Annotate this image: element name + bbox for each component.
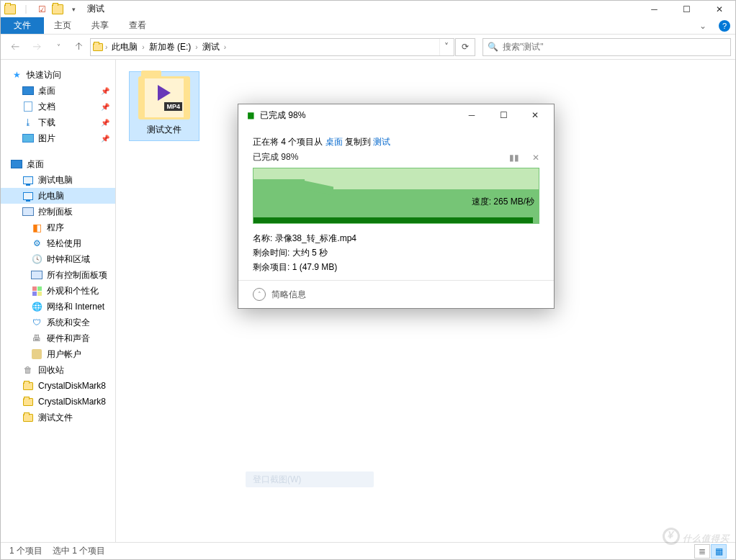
tree-label: 桌面 bbox=[27, 158, 44, 171]
recycle-icon: 🗑 bbox=[22, 364, 34, 376]
tree-desktop-root[interactable]: 桌面 bbox=[1, 156, 115, 172]
details-toggle[interactable]: 简略信息 bbox=[271, 289, 306, 301]
close-button[interactable]: ✕ bbox=[703, 1, 735, 17]
source-link[interactable]: 桌面 bbox=[326, 137, 343, 147]
tab-home[interactable]: 主页 bbox=[44, 17, 81, 34]
document-icon bbox=[22, 101, 34, 112]
back-button[interactable]: 🡠 bbox=[5, 37, 25, 56]
chevron-right-icon[interactable]: › bbox=[224, 43, 226, 51]
refresh-button[interactable]: ⟳ bbox=[455, 38, 475, 56]
tree-item-documents[interactable]: 文档📌 bbox=[1, 99, 115, 114]
tree-item-pictures[interactable]: 图片📌 bbox=[1, 130, 115, 146]
dest-link[interactable]: 测试 bbox=[373, 137, 390, 147]
search-input[interactable] bbox=[503, 42, 726, 52]
maximize-button[interactable]: ☐ bbox=[670, 1, 703, 17]
qat-separator: ｜ bbox=[18, 1, 34, 17]
tree-item-network[interactable]: 🌐网络和 Internet bbox=[1, 299, 115, 315]
chevron-up-icon[interactable]: ˄ bbox=[253, 288, 266, 301]
minimize-button[interactable]: ─ bbox=[638, 1, 670, 17]
detail-value: 1 (47.9 MB) bbox=[292, 262, 338, 272]
tree-item-controlpanel[interactable]: 控制面板 bbox=[1, 204, 115, 220]
tab-view[interactable]: 查看 bbox=[119, 17, 156, 34]
ribbon-expand-icon[interactable]: ⌄ bbox=[692, 17, 714, 34]
detail-value: 大约 5 秒 bbox=[292, 248, 328, 258]
help-button[interactable]: ? bbox=[714, 17, 735, 34]
pin-icon: 📌 bbox=[101, 103, 109, 111]
tree-item-sound[interactable]: 🖶硬件和声音 bbox=[1, 330, 115, 346]
tree-item-folder[interactable]: 测试文件 bbox=[1, 410, 115, 425]
folder-icon bbox=[22, 412, 34, 423]
pc-icon bbox=[22, 174, 34, 186]
tree-item-clock[interactable]: 🕓时钟和区域 bbox=[1, 251, 115, 267]
cancel-button[interactable]: ✕ bbox=[532, 153, 539, 163]
address-bar[interactable]: › 此电脑 › 新加卷 (E:) › 测试 › ˅ bbox=[90, 38, 454, 56]
recent-dropdown-icon[interactable]: ˅ bbox=[48, 37, 68, 56]
chevron-right-icon[interactable]: › bbox=[142, 43, 144, 51]
breadcrumb-segment[interactable]: 新加卷 (E:) bbox=[146, 41, 194, 53]
tree-item-folder[interactable]: CrystalDiskMark8 bbox=[1, 378, 115, 394]
chevron-right-icon[interactable]: › bbox=[105, 43, 107, 51]
search-box[interactable]: 🔍 bbox=[483, 38, 731, 56]
file-label: 测试文件 bbox=[147, 124, 181, 136]
forward-button[interactable]: 🡢 bbox=[27, 37, 47, 56]
speed-chart: 速度: 265 MB/秒 bbox=[253, 168, 539, 224]
tree-label: 网络和 Internet bbox=[47, 301, 104, 313]
tab-share[interactable]: 共享 bbox=[81, 17, 119, 34]
tree-item-personalize[interactable]: 外观和个性化 bbox=[1, 283, 115, 299]
dialog-maximize-button[interactable]: ☐ bbox=[488, 105, 519, 125]
search-icon: 🔍 bbox=[488, 42, 498, 52]
programs-icon: ◧ bbox=[31, 222, 42, 233]
chevron-right-icon[interactable]: › bbox=[195, 43, 197, 51]
tree-item-recycle[interactable]: 🗑回收站 bbox=[1, 362, 115, 378]
dialog-title: 已完成 98% bbox=[260, 109, 305, 122]
breadcrumb-segment[interactable]: 此电脑 bbox=[109, 41, 140, 53]
dialog-minimize-button[interactable]: ─ bbox=[456, 105, 488, 125]
qat-check-icon[interactable]: ☑ bbox=[34, 1, 50, 17]
tree-item-testpc[interactable]: 测试电脑 bbox=[1, 172, 115, 188]
tree-label: 所有控制面板项 bbox=[47, 269, 107, 281]
quick-access-toolbar: ｜ ☑ ▾ bbox=[1, 1, 83, 17]
dialog-close-button[interactable]: ✕ bbox=[519, 105, 551, 125]
tree-item-thispc[interactable]: 此电脑 bbox=[1, 188, 115, 204]
breadcrumb-segment[interactable]: 测试 bbox=[199, 41, 223, 53]
tree-item-downloads[interactable]: ⭳下载📌 bbox=[1, 114, 115, 130]
tree-item-users[interactable]: 用户帐户 bbox=[1, 346, 115, 362]
personalize-icon bbox=[31, 285, 42, 297]
tree-item-programs[interactable]: ◧程序 bbox=[1, 220, 115, 235]
pause-button[interactable]: ▮▮ bbox=[509, 153, 519, 163]
copy-dialog: ▮▮ 已完成 98% ─ ☐ ✕ 正在将 4 个项目从 桌面 复制到 测试 已完… bbox=[238, 104, 555, 309]
progress-text: 已完成 98% bbox=[253, 151, 298, 163]
tree-label: 控制面板 bbox=[38, 206, 73, 218]
up-button[interactable]: 🡡 bbox=[70, 37, 89, 56]
tree-item-security[interactable]: 🛡系统和安全 bbox=[1, 315, 115, 330]
tree-item-allcp[interactable]: 所有控制面板项 bbox=[1, 267, 115, 283]
copy-icon: ▮▮ bbox=[244, 109, 257, 122]
tree-item-folder[interactable]: CrystalDiskMark8 bbox=[1, 394, 115, 410]
progress-heading: 已完成 98% ▮▮ ✕ bbox=[253, 151, 539, 163]
detail-value: 录像38_转_标准.mp4 bbox=[275, 233, 356, 243]
video-overlay-icon: MP4 bbox=[145, 78, 184, 117]
shield-icon: 🛡 bbox=[31, 317, 42, 328]
copy-text: 正在将 4 个项目从 bbox=[253, 137, 326, 147]
folder-icon bbox=[22, 380, 34, 392]
tree-label: 回收站 bbox=[38, 364, 64, 376]
user-icon bbox=[31, 348, 42, 360]
tree-label: 轻松使用 bbox=[47, 238, 81, 250]
file-tab[interactable]: 文件 bbox=[1, 17, 44, 34]
tree-item-ease[interactable]: ⚙轻松使用 bbox=[1, 235, 115, 251]
nav-tree[interactable]: ★快速访问 桌面📌 文档📌 ⭳下载📌 图片📌 桌面 测试电脑 此电脑 控制面板 … bbox=[1, 60, 116, 543]
tree-item-desktop[interactable]: 桌面📌 bbox=[1, 83, 115, 99]
mp4-badge: MP4 bbox=[164, 102, 182, 111]
tree-label: 测试电脑 bbox=[38, 174, 73, 186]
sound-icon: 🖶 bbox=[31, 333, 42, 344]
address-dropdown-icon[interactable]: ˅ bbox=[439, 39, 452, 55]
network-icon: 🌐 bbox=[31, 301, 42, 312]
dialog-footer[interactable]: ˄ 简略信息 bbox=[238, 280, 554, 308]
detail-label: 剩余时间: bbox=[253, 248, 292, 258]
qat-dropdown-icon[interactable]: ▾ bbox=[66, 1, 81, 17]
tree-quick-access[interactable]: ★快速访问 bbox=[1, 67, 115, 83]
ease-icon: ⚙ bbox=[31, 238, 42, 249]
tree-label: 测试文件 bbox=[38, 412, 73, 424]
file-item[interactable]: MP4 测试文件 bbox=[129, 71, 199, 141]
dialog-title-bar[interactable]: ▮▮ 已完成 98% ─ ☐ ✕ bbox=[238, 104, 554, 126]
